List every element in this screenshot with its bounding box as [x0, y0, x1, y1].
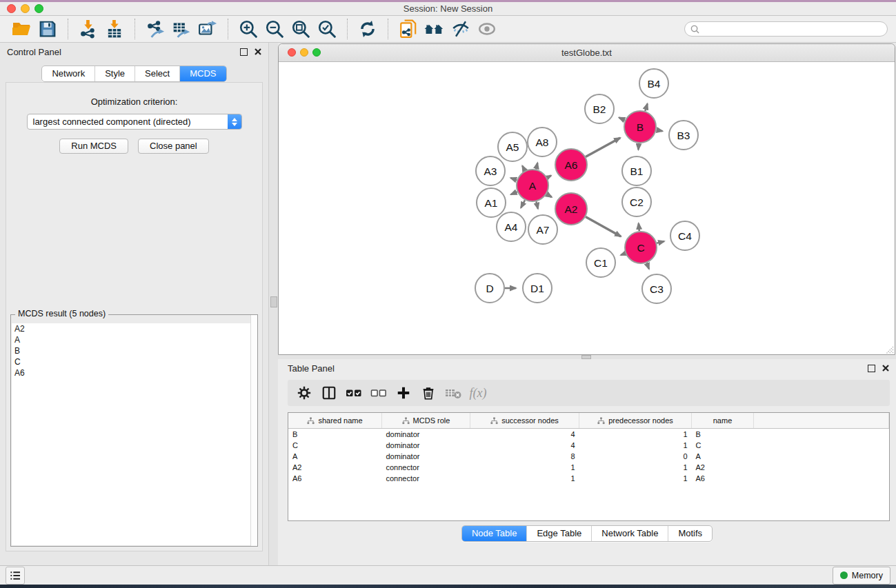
close-panel-icon[interactable] [255, 48, 261, 55]
node-B1[interactable]: B1 [622, 156, 651, 185]
table-row[interactable]: A6connector11A6 [288, 473, 889, 484]
node-B[interactable]: B [624, 111, 656, 143]
edge-A-A4[interactable] [521, 200, 525, 207]
table-row[interactable]: Cdominator41C [288, 440, 889, 451]
edge-A-A7[interactable] [537, 201, 538, 208]
tab-style[interactable]: Style [94, 66, 135, 81]
network-minimize-button[interactable] [300, 48, 308, 57]
import-table-icon[interactable] [103, 17, 126, 41]
tab-motifs[interactable]: Motifs [668, 526, 712, 541]
edge-A-A1[interactable] [511, 192, 517, 194]
float-panel-icon[interactable] [868, 365, 875, 372]
edge-C-C1[interactable] [621, 254, 626, 256]
table-settings-icon[interactable] [292, 382, 317, 404]
edge-A-A6[interactable] [547, 176, 551, 178]
delete-column-icon[interactable] [416, 382, 441, 404]
add-column-icon[interactable] [391, 382, 416, 404]
node-C4[interactable]: C4 [670, 221, 699, 250]
tab-network-table[interactable]: Network Table [591, 526, 668, 541]
tab-node-table[interactable]: Node Table [462, 526, 527, 541]
node-C3[interactable]: C3 [642, 274, 671, 303]
export-network-icon[interactable] [143, 17, 167, 41]
column-header-mcds-role[interactable]: MCDS role [382, 413, 470, 429]
table-row[interactable]: Bdominator41B [288, 429, 889, 440]
node-C2[interactable]: C2 [622, 187, 651, 216]
task-history-button[interactable] [6, 567, 25, 585]
result-item[interactable]: A [12, 334, 257, 345]
zoom-fit-icon[interactable] [289, 17, 312, 41]
column-header-name[interactable]: name [692, 413, 754, 429]
edge-C-C2[interactable] [639, 223, 639, 231]
hide-graphics-details-icon[interactable] [449, 17, 472, 41]
zoom-selected-icon[interactable] [315, 17, 339, 41]
node-A6[interactable]: A6 [555, 149, 587, 181]
edge-A-A3[interactable] [510, 178, 517, 180]
tab-edge-table[interactable]: Edge Table [526, 526, 591, 541]
network-close-button[interactable] [288, 48, 296, 57]
node-B3[interactable]: B3 [669, 121, 698, 150]
titlebar[interactable]: Session: New Session [0, 2, 896, 16]
select-all-columns-icon[interactable] [341, 382, 366, 404]
memory-button[interactable]: Memory [833, 567, 890, 585]
close-window-button[interactable] [7, 4, 16, 13]
node-C1[interactable]: C1 [586, 248, 615, 277]
export-image-icon[interactable] [196, 17, 219, 41]
edge-C-C4[interactable] [657, 241, 664, 243]
node-A7[interactable]: A7 [528, 215, 557, 244]
float-panel-icon[interactable] [240, 48, 248, 56]
result-item[interactable]: C [12, 356, 257, 367]
edge-A2-C[interactable] [586, 217, 621, 236]
network-window-titlebar[interactable]: testGlobe.txt [279, 44, 895, 62]
resize-grip-icon[interactable] [885, 345, 894, 354]
table-row[interactable]: Adominator80A [288, 451, 889, 462]
node-A1[interactable]: A1 [477, 188, 506, 217]
network-canvas[interactable]: AA1A2A3A4A5A6A7A8BB1B2B3B4CC1C2C3C4DD1 [279, 62, 895, 355]
export-table-icon[interactable] [170, 17, 193, 41]
vertical-splitter[interactable] [269, 43, 278, 565]
column-header-shared-name[interactable]: shared name [288, 413, 382, 429]
column-header-predecessor-nodes[interactable]: predecessor nodes [579, 413, 692, 429]
node-A3[interactable]: A3 [476, 156, 505, 185]
node-B4[interactable]: B4 [639, 69, 668, 98]
refresh-icon[interactable] [356, 17, 379, 41]
open-file-icon[interactable] [10, 17, 33, 41]
node-A8[interactable]: A8 [528, 128, 557, 156]
tab-select[interactable]: Select [135, 66, 179, 81]
node-C[interactable]: C [625, 232, 657, 263]
edge-C-C3[interactable] [647, 263, 649, 269]
result-item[interactable]: A2 [12, 323, 257, 334]
edge-B-B3[interactable] [657, 130, 663, 132]
edge-B-B2[interactable] [619, 118, 625, 121]
search-box[interactable] [684, 21, 888, 37]
minimize-window-button[interactable] [21, 4, 30, 13]
criterion-dropdown[interactable]: largest connected component (directed) [27, 114, 242, 130]
unselect-all-columns-icon[interactable] [366, 382, 391, 404]
node-A2[interactable]: A2 [555, 193, 587, 225]
edge-A-A5[interactable] [522, 166, 525, 171]
edge-B-B4[interactable] [645, 104, 647, 112]
node-D1[interactable]: D1 [523, 274, 552, 303]
tab-mcds[interactable]: MCDS [179, 66, 226, 81]
tab-network[interactable]: Network [42, 66, 94, 81]
first-neighbors-icon[interactable] [423, 17, 446, 41]
clone-network-icon[interactable] [397, 17, 420, 41]
table-row[interactable]: A2connector11A2 [288, 462, 889, 473]
splitter-handle[interactable] [270, 296, 277, 307]
node-A5[interactable]: A5 [498, 132, 527, 161]
edge-A-A8[interactable] [536, 163, 537, 169]
edge-A6-B[interactable] [586, 138, 620, 157]
close-panel-button[interactable]: Close panel [138, 139, 209, 154]
network-zoom-button[interactable] [312, 48, 321, 57]
node-table[interactable]: shared nameMCDS rolesuccessor nodesprede… [288, 412, 890, 521]
zoom-out-icon[interactable] [263, 17, 286, 41]
search-input[interactable] [703, 23, 882, 34]
save-session-icon[interactable] [36, 17, 59, 41]
column-header-successor-nodes[interactable]: successor nodes [470, 413, 579, 429]
run-mcds-button[interactable]: Run MCDS [59, 139, 128, 154]
zoom-in-icon[interactable] [237, 17, 260, 41]
node-D[interactable]: D [475, 274, 504, 303]
zoom-window-button[interactable] [34, 4, 43, 13]
import-network-icon[interactable] [77, 17, 100, 41]
edge-B-B1[interactable] [638, 143, 639, 150]
node-A4[interactable]: A4 [497, 212, 526, 241]
